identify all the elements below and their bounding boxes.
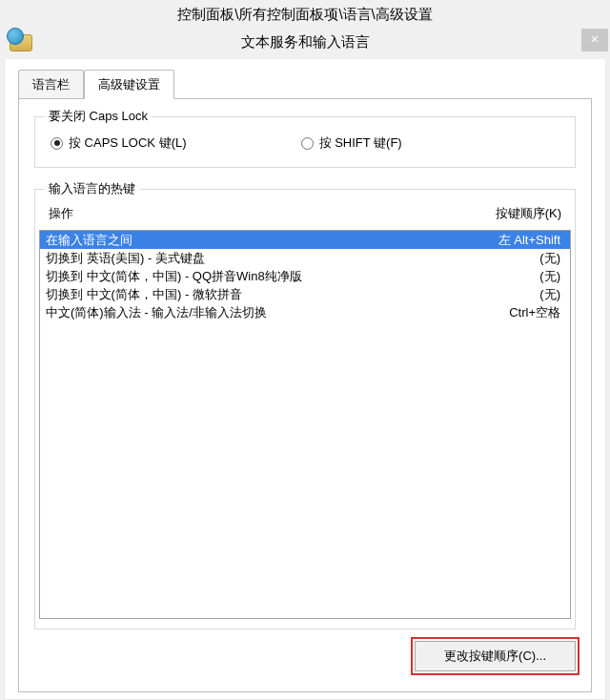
dialog-body: 语言栏 高级键设置 要关闭 Caps Lock 按 CAPS LOCK 键(L)… — [4, 59, 606, 700]
cell-keys: (无) — [475, 286, 560, 302]
list-item[interactable]: 中文(简体)输入法 - 输入法/非输入法切换Ctrl+空格 — [40, 303, 570, 321]
radio-press-shift[interactable]: 按 SHIFT 键(F) — [301, 134, 402, 152]
radio-icon — [301, 137, 314, 150]
hotkeys-legend: 输入语言的热键 — [45, 180, 139, 197]
cell-action: 切换到 英语(美国) - 美式键盘 — [46, 250, 475, 266]
language-globe-icon — [10, 34, 32, 51]
list-item[interactable]: 在输入语言之间左 Alt+Shift — [40, 231, 570, 249]
capslock-legend: 要关闭 Caps Lock — [45, 108, 152, 125]
radio-label: 按 CAPS LOCK 键(L) — [69, 134, 187, 152]
hotkeys-list[interactable]: 在输入语言之间左 Alt+Shift切换到 英语(美国) - 美式键盘(无)切换… — [39, 230, 571, 619]
cell-keys: (无) — [475, 250, 560, 266]
col-action-label: 操作 — [49, 205, 457, 222]
dialog-title: 文本服务和输入语言 — [0, 24, 610, 51]
tab-advanced-keys[interactable]: 高级键设置 — [84, 70, 174, 99]
list-item[interactable]: 切换到 中文(简体，中国) - QQ拼音Win8纯净版(无) — [40, 267, 570, 285]
tab-row: 语言栏 高级键设置 — [18, 69, 592, 99]
cell-keys: (无) — [475, 268, 560, 284]
hotkeys-group: 输入语言的热键 操作 按键顺序(K) 在输入语言之间左 Alt+Shift切换到… — [34, 189, 576, 629]
dialog-header: 控制面板\所有控制面板项\语言\高级设置 文本服务和输入语言 × — [0, 0, 610, 59]
tab-language-bar[interactable]: 语言栏 — [18, 70, 84, 99]
radio-press-capslock[interactable]: 按 CAPS LOCK 键(L) — [51, 134, 187, 152]
list-item[interactable]: 切换到 中文(简体，中国) - 微软拼音(无) — [40, 285, 570, 303]
cell-action: 在输入语言之间 — [46, 232, 475, 248]
radio-label: 按 SHIFT 键(F) — [319, 134, 402, 152]
col-keys-label: 按键顺序(K) — [457, 205, 561, 222]
cell-keys: Ctrl+空格 — [475, 304, 560, 320]
list-item[interactable]: 切换到 英语(美国) - 美式键盘(无) — [40, 249, 570, 267]
breadcrumb: 控制面板\所有控制面板项\语言\高级设置 — [0, 4, 610, 24]
radio-icon — [51, 137, 63, 150]
close-button[interactable]: × — [581, 29, 608, 51]
capslock-group: 要关闭 Caps Lock 按 CAPS LOCK 键(L) 按 SHIFT 键… — [34, 116, 576, 168]
cell-action: 切换到 中文(简体，中国) - 微软拼音 — [46, 286, 475, 302]
capslock-radio-row: 按 CAPS LOCK 键(L) 按 SHIFT 键(F) — [51, 131, 559, 152]
hotkeys-list-header: 操作 按键顺序(K) — [35, 199, 575, 230]
button-row: 更改按键顺序(C)... — [34, 629, 576, 671]
cell-action: 中文(简体)输入法 - 输入法/非输入法切换 — [46, 304, 475, 320]
change-key-sequence-button[interactable]: 更改按键顺序(C)... — [415, 641, 576, 671]
cell-action: 切换到 中文(简体，中国) - QQ拼音Win8纯净版 — [46, 268, 475, 284]
tab-content: 要关闭 Caps Lock 按 CAPS LOCK 键(L) 按 SHIFT 键… — [18, 99, 592, 692]
cell-keys: 左 Alt+Shift — [475, 232, 560, 248]
